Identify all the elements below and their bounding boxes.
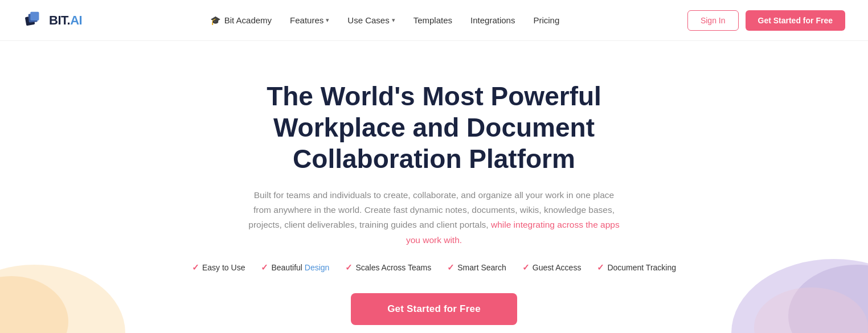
feature-label: Beautiful Design: [271, 263, 329, 272]
nav-actions: Sign In Get Started for Free: [687, 10, 845, 31]
hero-section: The World's Most Powerful Workplace and …: [0, 41, 868, 325]
nav-item-features[interactable]: Features ▾: [290, 15, 329, 25]
feature-scales-teams: ✓ Scales Across Teams: [345, 262, 431, 273]
nav-item-use-cases[interactable]: Use Cases ▾: [347, 15, 395, 25]
nav-item-templates[interactable]: Templates: [413, 15, 452, 25]
features-row: ✓ Easy to Use ✓ Beautiful Design ✓ Scale…: [192, 262, 676, 273]
check-icon: ✓: [192, 262, 199, 273]
feature-smart-search: ✓ Smart Search: [447, 262, 506, 273]
feature-label: Easy to Use: [202, 263, 245, 272]
get-started-nav-button[interactable]: Get Started for Free: [746, 10, 845, 31]
signin-button[interactable]: Sign In: [687, 10, 739, 31]
hero-subtitle: Built for teams and individuals to creat…: [246, 188, 622, 248]
feature-document-tracking: ✓ Document Tracking: [597, 262, 676, 273]
nav-item-integrations[interactable]: Integrations: [470, 15, 515, 25]
navbar: BIT.AI 🎓 Bit Academy Features ▾ Use Case…: [0, 0, 868, 41]
check-icon: ✓: [522, 262, 530, 273]
feature-label: Document Tracking: [607, 263, 676, 272]
check-icon: ✓: [261, 262, 268, 273]
check-icon: ✓: [345, 262, 353, 273]
chevron-down-icon: ▾: [392, 17, 395, 24]
feature-beautiful-design: ✓ Beautiful Design: [261, 262, 329, 273]
feature-easy-to-use: ✓ Easy to Use: [192, 262, 245, 273]
academy-icon: 🎓: [210, 15, 221, 26]
nav-links: 🎓 Bit Academy Features ▾ Use Cases ▾ Tem…: [210, 15, 560, 26]
logo-text: BIT.AI: [49, 13, 82, 28]
feature-label: Scales Across Teams: [355, 263, 431, 272]
feature-label: Smart Search: [457, 263, 506, 272]
logo[interactable]: BIT.AI: [23, 10, 82, 31]
chevron-down-icon: ▾: [326, 17, 329, 24]
nav-item-academy[interactable]: 🎓 Bit Academy: [210, 15, 272, 26]
feature-guest-access: ✓ Guest Access: [522, 262, 582, 273]
logo-icon: [23, 10, 44, 31]
hero-title: The World's Most Powerful Workplace and …: [206, 81, 662, 175]
check-icon: ✓: [597, 262, 604, 273]
svg-rect-2: [30, 11, 39, 20]
get-started-hero-button[interactable]: Get Started for Free: [351, 293, 517, 325]
check-icon: ✓: [447, 262, 455, 273]
feature-label: Guest Access: [533, 263, 582, 272]
nav-item-pricing[interactable]: Pricing: [533, 15, 559, 25]
